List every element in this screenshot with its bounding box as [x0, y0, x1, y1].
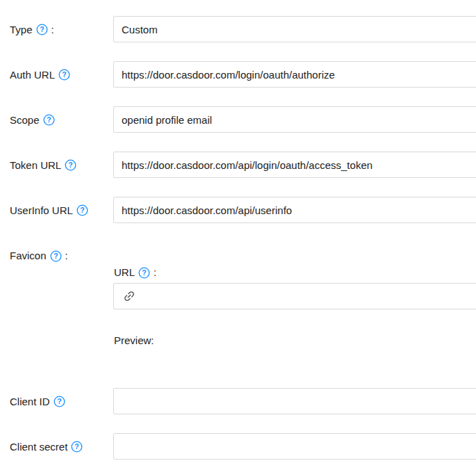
svg-text:?: ? [40, 25, 44, 33]
favicon-url-row [113, 283, 476, 309]
svg-text:?: ? [47, 115, 51, 124]
auth-url-input[interactable] [113, 61, 476, 88]
favicon-url-label: URL ? : [114, 266, 156, 279]
favicon-url-field[interactable] [113, 283, 476, 309]
client-secret-input[interactable] [113, 433, 476, 460]
scope-input[interactable] [113, 106, 476, 133]
form-row-client-secret: Client secret ? [0, 433, 476, 460]
token-url-input[interactable] [113, 152, 476, 178]
type-select[interactable] [113, 16, 476, 42]
client-id-label-text: Client ID [10, 396, 50, 407]
form-row-userinfo-url: UserInfo URL ? [0, 197, 476, 223]
link-icon [124, 291, 135, 302]
userinfo-url-label-text: UserInfo URL [10, 204, 73, 216]
question-circle-icon[interactable]: ? [50, 250, 62, 262]
type-label-colon: : [51, 24, 54, 35]
question-circle-icon[interactable]: ? [43, 114, 55, 126]
favicon-preview-label-text: Preview: [114, 334, 154, 347]
form-row-type: Type ? : [0, 16, 476, 42]
type-label: Type ? : [10, 24, 113, 35]
question-circle-icon[interactable]: ? [54, 396, 65, 407]
svg-text:?: ? [68, 161, 72, 169]
favicon-url-input[interactable] [139, 284, 476, 308]
svg-text:?: ? [62, 70, 66, 79]
token-url-label: Token URL ? [10, 159, 113, 171]
form-row-client-id: Client ID ? [0, 388, 476, 414]
client-id-label: Client ID ? [10, 396, 113, 407]
type-label-text: Type [10, 24, 33, 35]
svg-text:?: ? [80, 206, 84, 214]
favicon-url-label-text: URL [114, 266, 135, 279]
userinfo-url-input[interactable] [113, 197, 476, 223]
scope-label: Scope ? [10, 114, 113, 126]
question-circle-icon[interactable]: ? [76, 204, 88, 216]
favicon-label-text: Favicon [10, 250, 47, 262]
svg-text:?: ? [54, 252, 58, 260]
question-circle-icon[interactable]: ? [58, 69, 70, 81]
client-secret-label-text: Client secret [10, 441, 67, 453]
client-secret-label: Client secret ? [10, 441, 113, 453]
svg-text:?: ? [75, 442, 79, 451]
userinfo-url-label: UserInfo URL ? [10, 204, 113, 216]
form-row-token-url: Token URL ? [0, 152, 476, 178]
favicon-label: Favicon ? : [10, 250, 68, 262]
scope-label-text: Scope [10, 114, 40, 126]
token-url-label-text: Token URL [10, 159, 61, 171]
form-row-scope: Scope ? [0, 106, 476, 133]
question-circle-icon[interactable]: ? [138, 267, 150, 279]
auth-url-label-text: Auth URL [10, 69, 55, 81]
favicon-url-label-colon: : [154, 266, 156, 279]
provider-edit-form: Type ? : Auth URL ? Scope ? [0, 0, 476, 470]
form-row-auth-url: Auth URL ? [0, 61, 476, 88]
client-id-input[interactable] [113, 388, 476, 414]
svg-text:?: ? [57, 397, 61, 405]
question-circle-icon[interactable]: ? [36, 24, 48, 35]
svg-text:?: ? [142, 268, 146, 277]
question-circle-icon[interactable]: ? [71, 441, 83, 453]
auth-url-label: Auth URL ? [10, 69, 113, 81]
question-circle-icon[interactable]: ? [65, 159, 76, 171]
favicon-preview-label: Preview: [114, 334, 154, 347]
favicon-label-colon: : [65, 250, 68, 262]
